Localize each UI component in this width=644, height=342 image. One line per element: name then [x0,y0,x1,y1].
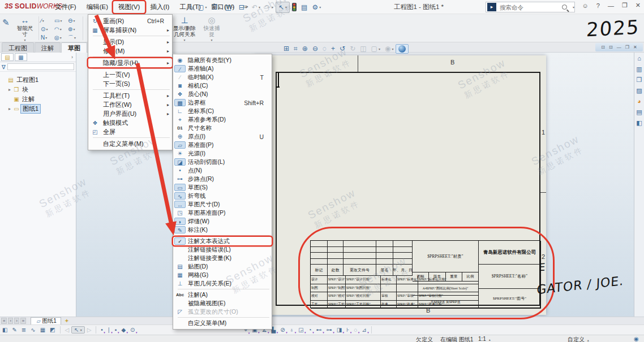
status-custom[interactable]: 自定义 ▴ [568,336,589,342]
options-icon[interactable]: ⚙▾ [310,2,323,12]
hide-show-items-icon[interactable]: ◉▾ [383,44,396,53]
status-scale[interactable]: 1:1 ▴ [478,336,491,342]
line-color-icon[interactable]: ✎ [10,327,19,333]
submenu-hide-all-types[interactable]: ◉隐藏所有类型(Y) [173,56,272,64]
redo-icon-caret[interactable]: ▾ [272,5,273,9]
lasso-select-icon[interactable]: ▷ [85,327,94,333]
close-icon[interactable]: ✕ [636,2,641,9]
feature-tree-tab-icon[interactable]: ▤ [1,53,14,61]
filter-image-icon[interactable]: ◲ [296,327,306,333]
select-tool-icon-caret[interactable]: ▾ [80,328,82,332]
menu-user-interface[interactable]: 用户界面(U)▸ [88,109,172,118]
select-icon-caret[interactable]: ▾ [285,5,287,9]
undo-icon[interactable]: ↶▾ [250,2,263,12]
hide-show-items-icon-caret[interactable]: ▾ [392,47,393,51]
submenu-sketch-planes[interactable]: ◳草图基准面(P) [173,209,272,217]
sketch-tool-icon[interactable]: ∕▾ [41,16,54,25]
select-tool-icon[interactable]: ↖▾ [71,326,84,334]
rebuild-icon[interactable] [290,2,299,12]
add-sheet-icon[interactable]: ✦ [65,318,69,324]
submenu-planes[interactable]: ▱基准面(P) [173,141,272,149]
sketch-tool-caret[interactable]: ▾ [42,19,44,23]
sketch-tool-caret[interactable]: ▾ [73,19,75,23]
zoom-out-icon[interactable]: ⊖ [310,44,320,53]
home-icon[interactable]: ⌂ [187,2,195,12]
first-sheet-icon[interactable]: « [1,318,7,324]
sketch-tool-caret[interactable]: ▾ [60,27,62,31]
sketch-tool-caret[interactable]: ▾ [46,27,48,31]
scale-caret-icon[interactable]: ▴ [489,338,491,341]
submenu-temporary-axes[interactable]: ∕临时轴(X)T [173,73,272,81]
save-icon[interactable]: ◫▾ [222,2,236,12]
submenu-weld-beads[interactable]: ◗焊缝(W) [173,217,272,226]
search-caret-icon[interactable]: ▾ [573,5,574,9]
filter-connection-point-icon[interactable]: ⊷ [314,327,324,333]
sketch-tool-icon[interactable]: ⌒▾ [68,33,81,42]
menu-toolbars[interactable]: 工具栏(T)▸ [88,91,172,100]
quick-snaps-caret-icon[interactable]: ▾ [211,37,212,44]
file-properties-icon[interactable]: ▤ [299,2,310,12]
file-explorer-icon[interactable]: ❒ [637,76,642,87]
smart-dimension-caret-icon[interactable]: ▾ [24,37,25,44]
submenu-points[interactable]: •点(N) [173,166,272,175]
new-document-icon-caret[interactable]: ▾ [205,5,207,9]
menu-touch-mode[interactable]: ❖触摸模式 [88,118,172,127]
tree-filter-input[interactable] [7,63,74,70]
filter-note-icon[interactable]: ⊘ [278,327,287,333]
filter-faces-icon[interactable]: ▪ [113,327,119,333]
menu-edit[interactable]: 编辑(E) [81,1,113,13]
submenu-coordinate-systems[interactable]: ∟坐标系(C) [173,107,272,115]
doc-cascade-icon[interactable]: ⊡ [609,45,613,50]
filter-solid-bodies-icon[interactable]: ◆ [119,327,128,333]
sketch-tool-caret[interactable]: ▾ [45,36,47,40]
hide-edge-icon[interactable]: ▦ [38,327,48,333]
menu-display[interactable]: 显示(D)▸ [88,37,172,46]
menu-file[interactable]: 文件(F) [50,1,81,13]
sketch-tool-icon[interactable]: ⊖▾ [68,16,81,25]
tab-草图[interactable]: 草图 [61,42,87,53]
menu-screen-capture[interactable]: ▦屏幕捕获(N)▸ [88,25,172,34]
zoom-fit-icon[interactable]: ⊞ [281,44,291,53]
section-view-icon[interactable]: ◫ [358,44,368,53]
sketch-tool-caret[interactable]: ▾ [60,36,62,40]
next-sheet-icon[interactable]: › [14,318,19,324]
open-icon[interactable]: ❒▾ [209,2,223,12]
doc-tile-icon[interactable]: ⊡ [601,45,605,50]
submenu-origins[interactable]: ⊕原点(I)U [173,132,272,141]
prev-sheet-icon[interactable]: ‹ [8,318,13,324]
pan-icon[interactable]: + [329,44,337,53]
doc-close-icon[interactable]: ✕ [633,45,637,50]
menu-next-page[interactable]: 下一页(S) [88,79,172,88]
redo-icon[interactable]: ↷▾ [263,2,276,12]
display-style-icon-caret[interactable]: ▾ [379,47,380,51]
submenu-annotation-link-errors[interactable]: 注解链接错误(L) [173,245,272,254]
search-input[interactable] [499,3,562,11]
menu-insert[interactable]: 插入(I) [145,1,174,13]
relations-caret-icon[interactable]: ▾ [183,37,185,44]
3d-drawing-view-icon[interactable]: ↻ [347,44,358,53]
sketch-tool-caret[interactable]: ▾ [60,19,62,23]
line-thickness-icon[interactable]: ≣ [19,327,28,333]
filter-edges-icon[interactable]: ∣ [105,327,113,333]
tree-item-sheet1[interactable]: ▸▭图纸1 [0,104,76,114]
menu-fullscreen[interactable]: ◰全屏 [88,127,172,136]
appearances-icon[interactable]: ◕ [637,98,641,109]
custom-properties-icon[interactable]: ▤ [636,109,642,119]
print-icon[interactable]: ⊟▾ [237,2,250,12]
view-palette-icon[interactable]: ▨ [636,87,642,98]
tree-item-drawing[interactable]: ▤工程图1 [0,75,76,85]
sketch-pencil-icon[interactable]: ✎ [2,18,10,28]
menu-customize[interactable]: 自定义菜单(M) [88,139,172,148]
tab-工程图[interactable]: 工程图 [2,42,34,53]
sketch-tool-icon[interactable]: ◠▾ [54,25,68,33]
menu-view[interactable]: 视图(V) [113,1,145,13]
submenu-decals[interactable]: ▤贴图(D) [173,262,272,271]
smart-dimension-button[interactable]: ↔ 智能尺 寸 ▾ [12,16,37,44]
sheet-tab[interactable]: ▱ 图纸1 [31,317,61,324]
zoom-selection-icon[interactable]: ◌ [320,44,329,53]
sketch-tool-icon[interactable]: ⊚▾ [68,25,81,33]
submenu-annotations[interactable]: Abc注解(A) [173,291,272,299]
filter-datum-icon[interactable]: ⊦ [344,327,351,333]
expand-arrow-icon[interactable]: ▸ [7,87,12,92]
submenu-sketch-dimensions[interactable]: ↔草图尺寸(D) [173,200,272,209]
